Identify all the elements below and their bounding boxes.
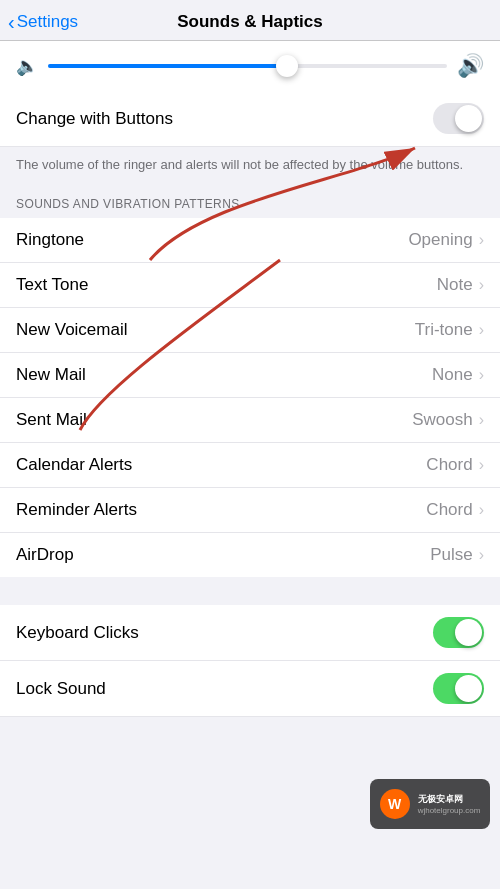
change-with-buttons-section: Change with Buttons	[0, 91, 500, 147]
chevron-right-icon: ›	[479, 366, 484, 384]
airdrop-right: Pulse ›	[430, 545, 484, 565]
sounds-list: Ringtone Opening › Text Tone Note › New …	[0, 218, 500, 577]
new-voicemail-label: New Voicemail	[16, 320, 128, 340]
calendar-alerts-right: Chord ›	[426, 455, 484, 475]
reminder-alerts-right: Chord ›	[426, 500, 484, 520]
volume-slider[interactable]	[48, 56, 447, 76]
volume-low-icon: 🔈	[16, 55, 38, 77]
calendar-alerts-value: Chord	[426, 455, 472, 475]
description-text: The volume of the ringer and alerts will…	[16, 157, 463, 172]
description-section: The volume of the ringer and alerts will…	[0, 147, 500, 186]
new-mail-row[interactable]: New Mail None ›	[0, 353, 500, 398]
change-with-buttons-toggle[interactable]	[433, 103, 484, 134]
change-with-buttons-row[interactable]: Change with Buttons	[0, 91, 500, 147]
change-with-buttons-label: Change with Buttons	[16, 109, 173, 129]
keyboard-clicks-row[interactable]: Keyboard Clicks	[0, 605, 500, 661]
toggle-thumb	[455, 105, 482, 132]
keyboard-clicks-label: Keyboard Clicks	[16, 623, 139, 643]
new-mail-label: New Mail	[16, 365, 86, 385]
watermark-logo: W	[380, 789, 410, 819]
ringtone-row[interactable]: Ringtone Opening ›	[0, 218, 500, 263]
toggle-thumb	[455, 619, 482, 646]
slider-thumb[interactable]	[276, 55, 298, 77]
chevron-right-icon: ›	[479, 276, 484, 294]
sounds-section-header: SOUNDS AND VIBRATION PATTERNS	[0, 186, 500, 218]
sounds-section-title: SOUNDS AND VIBRATION PATTERNS	[16, 197, 240, 211]
new-voicemail-right: Tri-tone ›	[415, 320, 484, 340]
slider-track	[48, 64, 447, 68]
bottom-toggles-section: Keyboard Clicks Lock Sound	[0, 605, 500, 717]
new-voicemail-value: Tri-tone	[415, 320, 473, 340]
chevron-right-icon: ›	[479, 231, 484, 249]
navigation-bar: ‹ Settings Sounds & Haptics	[0, 0, 500, 41]
chevron-right-icon: ›	[479, 501, 484, 519]
ringtone-value: Opening	[408, 230, 472, 250]
new-mail-value: None	[432, 365, 473, 385]
back-button[interactable]: ‹ Settings	[8, 11, 78, 34]
ringtone-right: Opening ›	[408, 230, 484, 250]
text-tone-label: Text Tone	[16, 275, 88, 295]
sent-mail-label: Sent Mail	[16, 410, 87, 430]
lock-sound-toggle[interactable]	[433, 673, 484, 704]
volume-section: 🔈 🔊	[0, 41, 500, 91]
text-tone-right: Note ›	[437, 275, 484, 295]
slider-fill	[48, 64, 287, 68]
reminder-alerts-value: Chord	[426, 500, 472, 520]
page-title: Sounds & Haptics	[177, 12, 322, 32]
lock-sound-row[interactable]: Lock Sound	[0, 661, 500, 717]
chevron-right-icon: ›	[479, 546, 484, 564]
sent-mail-right: Swoosh ›	[412, 410, 484, 430]
volume-high-icon: 🔊	[457, 53, 484, 79]
watermark-text: 无极安卓网 wjhotelgroup.com	[418, 793, 481, 815]
reminder-alerts-label: Reminder Alerts	[16, 500, 137, 520]
ringtone-label: Ringtone	[16, 230, 84, 250]
chevron-right-icon: ›	[479, 321, 484, 339]
lock-sound-label: Lock Sound	[16, 679, 106, 699]
text-tone-value: Note	[437, 275, 473, 295]
back-label: Settings	[17, 12, 78, 32]
toggle-thumb	[455, 675, 482, 702]
keyboard-clicks-toggle[interactable]	[433, 617, 484, 648]
chevron-right-icon: ›	[479, 411, 484, 429]
calendar-alerts-row[interactable]: Calendar Alerts Chord ›	[0, 443, 500, 488]
chevron-right-icon: ›	[479, 456, 484, 474]
airdrop-value: Pulse	[430, 545, 473, 565]
chevron-left-icon: ‹	[8, 11, 15, 34]
airdrop-row[interactable]: AirDrop Pulse ›	[0, 533, 500, 577]
calendar-alerts-label: Calendar Alerts	[16, 455, 132, 475]
reminder-alerts-row[interactable]: Reminder Alerts Chord ›	[0, 488, 500, 533]
new-mail-right: None ›	[432, 365, 484, 385]
watermark: W 无极安卓网 wjhotelgroup.com	[370, 779, 490, 829]
sent-mail-value: Swoosh	[412, 410, 472, 430]
new-voicemail-row[interactable]: New Voicemail Tri-tone ›	[0, 308, 500, 353]
sent-mail-row[interactable]: Sent Mail Swoosh ›	[0, 398, 500, 443]
airdrop-label: AirDrop	[16, 545, 74, 565]
text-tone-row[interactable]: Text Tone Note ›	[0, 263, 500, 308]
